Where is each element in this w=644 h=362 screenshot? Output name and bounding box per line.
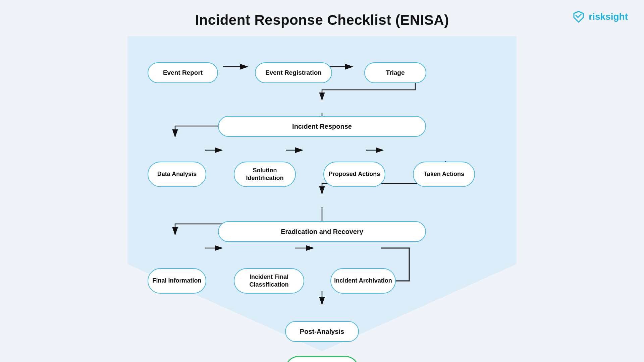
final-information-node: Final Information bbox=[148, 268, 206, 294]
taken-actions-node: Taken Actions bbox=[413, 162, 475, 187]
proposed-actions-node: Proposed Actions bbox=[323, 162, 385, 187]
event-report-node: Event Report bbox=[148, 62, 218, 83]
page-title: Incident Response Checklist (ENISA) bbox=[0, 0, 644, 28]
event-registration-node: Event Registration bbox=[255, 62, 332, 83]
incident-response-node: Incident Response bbox=[218, 116, 426, 137]
incident-archivation-node: Incident Archivation bbox=[330, 268, 396, 294]
logo: risksight bbox=[571, 9, 628, 24]
triage-node: Triage bbox=[364, 62, 426, 83]
post-analysis-node: Post-Analysis bbox=[285, 321, 359, 342]
logo-text: risksight bbox=[589, 11, 628, 22]
diagram-wrapper: Event Report Event Registration Triage I… bbox=[127, 36, 517, 351]
rows-container: Event Report Event Registration Triage I… bbox=[141, 43, 503, 362]
eradication-recovery-node: Eradication and Recovery bbox=[218, 221, 426, 242]
data-analysis-node: Data Analysis bbox=[148, 162, 206, 187]
incident-final-classification-node: Incident Final Classification bbox=[234, 268, 304, 294]
solution-identification-node: Solution Identification bbox=[234, 162, 296, 187]
improvement-recommendations-node: Improvement Recommendations bbox=[285, 356, 359, 362]
